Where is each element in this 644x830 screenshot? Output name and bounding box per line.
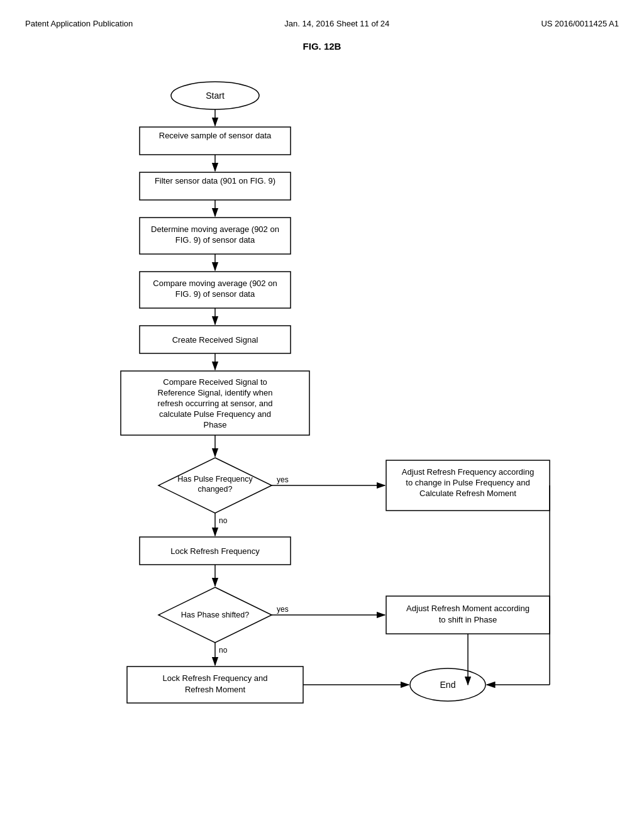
header-left: Patent Application Publication [25,19,133,28]
box10-line1: Lock Refresh Frequency and [163,673,268,683]
box7-line1: Adjust Refresh Frequency according [402,467,534,477]
box4-line1: Compare moving average (902 on [153,279,277,288]
flowchart-diagram: Start Receive sample of sensor data Filt… [77,70,567,781]
end-label: End [440,680,456,690]
box6-line4: calculate Pulse Frequency and [159,409,271,419]
page-header: Patent Application Publication Jan. 14, … [25,19,619,28]
box2-line1: Filter sensor data (901 on FIG. 9) [155,176,275,185]
label-no-1: no [219,516,228,525]
page: Patent Application Publication Jan. 14, … [0,0,644,830]
box1-line1: Receive sample of sensor data [159,131,272,140]
box7-line3: Calculate Refresh Moment [419,489,516,498]
diamond2-line1: Has Phase shifted? [181,611,249,619]
box3-line1: Determine moving average (902 on [151,224,279,234]
diamond1-line1: Has Pulse Frequency [177,475,253,484]
box6-line5: Phase [204,420,227,429]
box9-line1: Adjust Refresh Moment according [406,604,530,613]
label-yes-1: yes [277,475,289,484]
diamond1-line2: changed? [198,485,233,494]
figure-title: FIG. 12B [25,41,619,52]
start-label: Start [206,91,225,101]
box8-line1: Lock Refresh Frequency [170,546,260,556]
header-center: Jan. 14, 2016 Sheet 11 of 24 [284,19,389,28]
box6-line2: Reference Signal, identify when [158,388,273,397]
box5-line1: Create Received Signal [172,335,258,345]
box4-line2: FIG. 9) of sensor data [175,289,255,299]
box9-line2: to shift in Phase [439,615,497,624]
box7-line2: to change in Pulse Frequency and [406,478,530,487]
box3-line2: FIG. 9) of sensor data [175,235,255,245]
label-no-2: no [219,646,228,655]
box6-line3: refresh occurring at sensor, and [158,399,273,408]
box10-line2: Refresh Moment [185,685,245,694]
label-yes-2: yes [277,605,289,614]
box6-line1: Compare Received Signal to [163,377,267,387]
header-right: US 2016/0011425 A1 [541,19,619,28]
